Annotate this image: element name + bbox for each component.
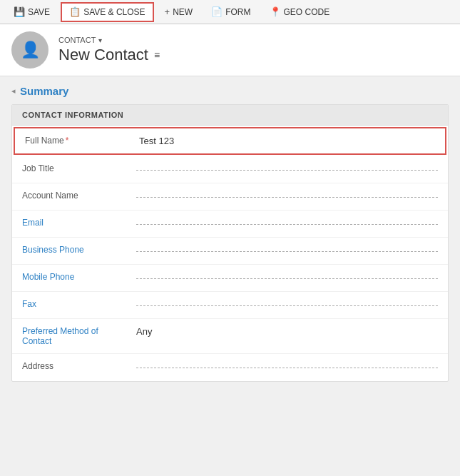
- summary-header: ◂ Summary: [11, 85, 449, 97]
- form-icon: 📄: [211, 6, 223, 17]
- avatar-icon: 👤: [21, 41, 40, 59]
- job-title-value[interactable]: [126, 156, 448, 178]
- new-label: NEW: [173, 7, 193, 17]
- fax-value[interactable]: [126, 292, 448, 313]
- address-empty-dots: [136, 361, 438, 368]
- contact-info-card: CONTACT INFORMATION Full Name* Test 123 …: [11, 104, 449, 382]
- save-close-label: SAVE & CLOSE: [83, 7, 145, 17]
- save-close-icon: 📋: [69, 6, 81, 17]
- contact-label: CONTACT ▾: [58, 36, 160, 44]
- business-phone-row: Business Phone: [12, 238, 448, 265]
- save-button[interactable]: 💾 SAVE: [6, 2, 58, 22]
- geo-code-button[interactable]: 📍 GEO CODE: [262, 2, 338, 22]
- form-button[interactable]: 📄 FORM: [203, 2, 258, 22]
- job-title-empty-dots: [136, 163, 438, 171]
- summary-title: Summary: [20, 85, 68, 97]
- account-name-empty-dots: [136, 191, 438, 198]
- avatar: 👤: [11, 31, 48, 69]
- email-value[interactable]: [126, 211, 448, 232]
- content-area: ◂ Summary CONTACT INFORMATION Full Name*…: [0, 76, 460, 390]
- save-label: SAVE: [28, 7, 50, 17]
- job-title-row: Job Title: [12, 156, 448, 183]
- email-label: Email: [12, 211, 126, 235]
- mobile-phone-value[interactable]: [126, 265, 448, 286]
- full-name-row[interactable]: Full Name* Test 123: [14, 127, 446, 155]
- contact-menu-icon[interactable]: ≡: [154, 49, 160, 61]
- fax-row: Fax: [12, 292, 448, 319]
- business-phone-label: Business Phone: [12, 238, 126, 262]
- mobile-phone-label: Mobile Phone: [12, 265, 126, 289]
- mobile-phone-row: Mobile Phone: [12, 265, 448, 292]
- save-icon: 💾: [14, 6, 25, 17]
- email-row: Email: [12, 211, 448, 238]
- contact-dropdown-icon[interactable]: ▾: [98, 36, 102, 44]
- full-name-label: Full Name*: [15, 128, 129, 153]
- contact-type-text: CONTACT: [58, 36, 96, 44]
- business-phone-empty-dots: [136, 245, 438, 252]
- account-name-value[interactable]: [126, 183, 448, 205]
- toolbar: 💾 SAVE 📋 SAVE & CLOSE + NEW 📄 FORM 📍 GEO…: [0, 0, 460, 24]
- email-empty-dots: [136, 218, 438, 225]
- address-label: Address: [12, 354, 126, 378]
- business-phone-value[interactable]: [126, 238, 448, 259]
- full-name-value[interactable]: Test 123: [129, 128, 445, 153]
- contact-name: New Contact ≡: [58, 46, 160, 64]
- header-info: CONTACT ▾ New Contact ≡: [58, 36, 160, 64]
- fax-label: Fax: [12, 292, 126, 316]
- summary-collapse-icon[interactable]: ◂: [11, 86, 16, 96]
- job-title-label: Job Title: [12, 156, 126, 181]
- fax-empty-dots: [136, 299, 438, 306]
- mobile-phone-empty-dots: [136, 272, 438, 279]
- preferred-contact-row: Preferred Method of Contact Any: [12, 319, 448, 354]
- new-icon: +: [165, 6, 170, 17]
- save-close-button[interactable]: 📋 SAVE & CLOSE: [61, 2, 153, 22]
- page-header: 👤 CONTACT ▾ New Contact ≡: [0, 24, 460, 76]
- contact-name-text: New Contact: [58, 46, 148, 64]
- form-label: FORM: [225, 7, 250, 17]
- preferred-contact-label: Preferred Method of Contact: [12, 319, 126, 353]
- preferred-contact-value[interactable]: Any: [126, 319, 448, 344]
- address-row: Address: [12, 354, 448, 381]
- geo-code-icon: 📍: [270, 6, 281, 17]
- required-indicator: *: [66, 136, 69, 146]
- address-value[interactable]: [126, 354, 448, 375]
- section-title: CONTACT INFORMATION: [12, 105, 448, 126]
- new-button[interactable]: + NEW: [157, 2, 201, 22]
- account-name-label: Account Name: [12, 183, 126, 208]
- account-name-row: Account Name: [12, 183, 448, 211]
- geo-code-label: GEO CODE: [284, 7, 330, 17]
